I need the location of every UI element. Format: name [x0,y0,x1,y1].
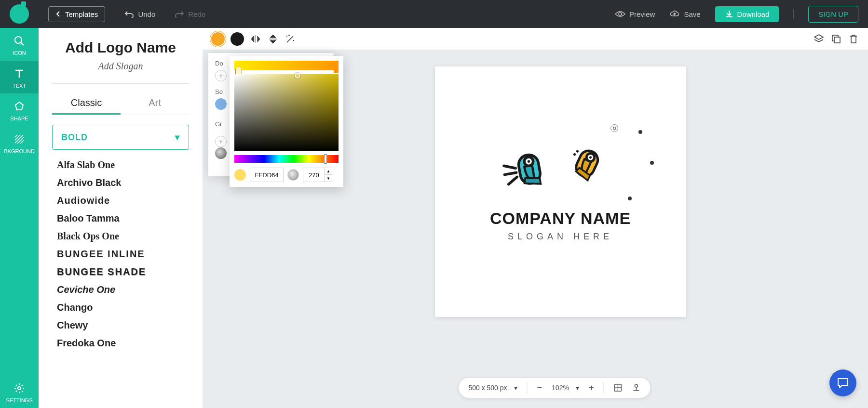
font-item[interactable]: Audiowide [57,195,189,206]
layers-icon[interactable] [813,33,825,45]
rail-settings-label: SETTINGS [6,397,32,403]
divider [793,9,794,19]
select-value: BOLD [61,132,88,143]
signup-label: SIGN UP [818,10,848,18]
svg-point-1 [15,37,22,43]
resize-handle[interactable] [628,197,632,200]
resize-handle[interactable] [638,130,642,134]
resize-handle[interactable] [650,161,654,165]
font-item[interactable]: Fredoka One [57,338,189,349]
save-button[interactable]: Save [669,10,700,18]
rail-text-tab[interactable]: TEXT [0,61,39,93]
spin-down-icon[interactable]: ▼ [325,175,332,182]
font-item[interactable]: Black Ops One [57,231,189,242]
divider [52,83,189,84]
zoom-level-select[interactable]: 102% ▾ [552,384,579,392]
svg-point-9 [576,150,579,153]
object-toolbar [203,28,868,50]
selection-handles: ↻ [593,132,651,199]
rail-shape-label: SHAPE [10,116,28,121]
font-item[interactable]: Baloo Tamma [57,213,189,224]
rotate-handle[interactable]: ↻ [610,124,618,132]
delete-icon[interactable] [848,33,859,45]
company-name-text[interactable]: COMPANY NAME [490,209,631,228]
shape-icon [13,100,26,113]
slogan-text[interactable]: SLOGAN HERE [508,232,613,242]
font-item[interactable]: Chango [57,302,189,313]
app-logo [10,4,29,24]
zoom-in-button[interactable]: + [589,383,594,393]
color-picker-panel: ▲ ▼ [230,56,343,187]
font-list: Alfa Slab One Archivo Black Audiowide Ba… [52,159,189,349]
font-item[interactable]: BUNGEE INLINE [57,249,189,260]
current-color-swatch [234,169,246,181]
secondary-color-swatch[interactable] [287,169,299,181]
chat-button[interactable] [829,369,856,396]
font-item[interactable]: BUNGEE SHADE [57,266,189,277]
font-weight-select[interactable]: BOLD ▾ [52,125,189,150]
font-item[interactable]: Ceviche One [57,284,189,295]
slogan-input[interactable]: Add Slogan [52,61,189,72]
grid-toggle-icon[interactable] [613,383,622,392]
redo-label: Redo [188,10,205,18]
side-rail: ICON TEXT SHAPE BKGROUND SETTINGS [0,28,39,408]
canvas-size-select[interactable]: 500 x 500 px ▾ [468,384,517,392]
spin-up-icon[interactable]: ▲ [325,168,332,175]
redo-button[interactable]: Redo [175,10,205,18]
text-icon [13,67,26,80]
add-gradient-button[interactable]: + [215,136,227,147]
templates-label: Templates [65,10,98,18]
rail-bkground-tab[interactable]: BKGROUND [0,126,39,159]
font-item[interactable]: Archivo Black [57,177,189,188]
caret-down-icon: ▾ [175,132,180,143]
svg-point-8 [573,153,576,156]
tab-classic[interactable]: Classic [52,92,121,115]
flip-vertical-icon[interactable] [267,33,279,45]
hex-input[interactable] [250,168,284,182]
whistle-icon-left[interactable] [502,142,556,195]
rail-icon-tab[interactable]: ICON [0,28,39,61]
undo-button[interactable]: Undo [124,10,155,18]
duplicate-icon[interactable] [830,33,842,45]
main: ICON TEXT SHAPE BKGROUND SETTINGS [0,28,868,408]
add-color-button[interactable]: + [215,70,227,81]
undo-icon [124,10,134,18]
angle-input[interactable] [303,168,325,182]
magic-icon[interactable] [285,33,296,45]
artboard[interactable]: COMPANY NAME SLOGAN HERE ↻ [435,66,686,317]
gear-icon [13,382,26,395]
stroke-color-swatch[interactable] [231,32,244,46]
solid-swatch[interactable] [215,98,227,110]
divider [603,382,604,394]
rail-shape-tab[interactable]: SHAPE [0,93,39,126]
rail-bkground-label: BKGROUND [4,148,35,154]
fill-color-swatch[interactable] [211,32,225,46]
cloud-icon [669,10,680,18]
flip-horizontal-icon[interactable] [250,33,261,45]
font-item[interactable]: Alfa Slab One [57,159,189,171]
zoom-level-label: 102% [552,384,569,392]
svg-point-2 [18,387,21,390]
font-item[interactable]: Chewy [57,320,189,331]
preview-button[interactable]: Preview [615,10,655,18]
divider [527,382,528,394]
gradient-strip[interactable] [234,61,339,70]
redo-icon [175,10,184,18]
rail-text-label: TEXT [13,83,26,89]
zoom-out-button[interactable]: − [537,383,542,393]
saturation-cursor[interactable] [295,73,300,79]
templates-button[interactable]: Templates [48,6,105,22]
tab-art[interactable]: Art [121,92,189,115]
align-icon[interactable] [632,383,640,392]
hue-slider[interactable] [234,155,339,163]
download-button[interactable]: Download [715,6,779,22]
gradient-swatch[interactable] [215,147,227,159]
angle-spinner[interactable]: ▲ ▼ [325,168,332,182]
rail-settings-tab[interactable]: SETTINGS [0,375,39,408]
signup-button[interactable]: SIGN UP [808,6,858,23]
logo-name-input[interactable]: Add Logo Name [52,39,189,56]
undo-label: Undo [138,10,155,18]
hue-cursor[interactable] [324,154,327,164]
gradient-stop-handle[interactable] [334,68,339,73]
saturation-field[interactable] [234,74,339,151]
